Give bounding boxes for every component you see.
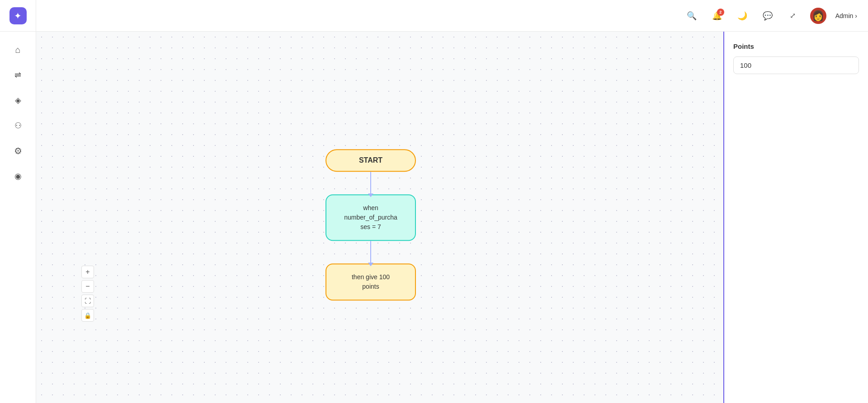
settings-icon: ⚙ bbox=[14, 145, 22, 156]
sidebar: ✦ ⌂ ⇌ ◈ ⚇ ⚙ ◉ bbox=[0, 0, 36, 403]
sidebar-item-settings[interactable]: ⚙ bbox=[7, 140, 29, 162]
content-area: + − ⛶ 🔒 START bbox=[36, 32, 868, 403]
right-panel: ? ⚙ Done Points bbox=[723, 32, 868, 403]
start-node-label: START bbox=[359, 156, 382, 164]
panel-content: Points bbox=[724, 32, 868, 85]
moon-icon: 🌙 bbox=[737, 11, 747, 21]
sidebar-item-workflow[interactable]: ⇌ bbox=[7, 64, 29, 86]
sidebar-logo: ✦ bbox=[0, 0, 36, 32]
workflow-icon: ⇌ bbox=[14, 70, 21, 80]
start-node[interactable]: START bbox=[326, 149, 416, 172]
zoom-out-button[interactable]: − bbox=[81, 280, 94, 293]
sidebar-item-users[interactable]: ⚇ bbox=[7, 115, 29, 136]
zoom-in-button[interactable]: + bbox=[81, 266, 94, 278]
admin-label-text: Admin bbox=[835, 12, 854, 19]
topbar: 🔍 🔔 2 🌙 💬 ⤢ 👩 Admin › bbox=[36, 0, 868, 32]
sidebar-item-home[interactable]: ⌂ bbox=[7, 39, 29, 61]
app-logo-icon: ✦ bbox=[9, 7, 27, 24]
connector-2 bbox=[370, 241, 371, 263]
fullscreen-button[interactable]: ⛶ bbox=[81, 295, 94, 307]
lock-button[interactable]: 🔒 bbox=[81, 309, 94, 322]
users-icon: ⚇ bbox=[14, 121, 22, 131]
minus-icon: − bbox=[85, 282, 90, 291]
sidebar-item-products[interactable]: ◈ bbox=[7, 89, 29, 111]
dark-mode-button[interactable]: 🌙 bbox=[734, 8, 750, 24]
chat-button[interactable]: 💬 bbox=[760, 8, 776, 24]
connector-1 bbox=[370, 172, 371, 194]
home-icon: ⌂ bbox=[15, 45, 20, 55]
notification-button[interactable]: 🔔 2 bbox=[709, 8, 725, 24]
lock-icon: 🔒 bbox=[84, 312, 91, 319]
expand-button[interactable]: ⤢ bbox=[785, 8, 801, 24]
award-icon: ◉ bbox=[14, 171, 22, 181]
main-area: 🔍 🔔 2 🌙 💬 ⤢ 👩 Admin › + bbox=[36, 0, 868, 403]
sidebar-nav: ⌂ ⇌ ◈ ⚇ ⚙ ◉ bbox=[0, 32, 36, 194]
canvas-area[interactable]: + − ⛶ 🔒 START bbox=[36, 32, 723, 403]
action-node[interactable]: then give 100points bbox=[326, 263, 416, 300]
admin-menu[interactable]: Admin › bbox=[835, 12, 857, 19]
action-node-label: then give 100points bbox=[352, 273, 390, 290]
notification-badge: 2 bbox=[717, 9, 724, 16]
condition-node-label: whennumber_of_purchases = 7 bbox=[344, 204, 397, 230]
avatar-image: 👩 bbox=[812, 10, 824, 22]
plus-icon: + bbox=[85, 268, 90, 276]
points-input[interactable] bbox=[733, 56, 859, 74]
search-icon: 🔍 bbox=[687, 11, 697, 21]
expand-icon: ⤢ bbox=[790, 11, 796, 20]
chat-icon: 💬 bbox=[763, 11, 773, 21]
fullscreen-icon: ⛶ bbox=[85, 297, 91, 305]
condition-node[interactable]: whennumber_of_purchases = 7 bbox=[326, 194, 416, 241]
user-avatar: 👩 bbox=[810, 8, 826, 24]
flowchart: START whennumber_of_purchases = 7 then g… bbox=[326, 149, 416, 300]
box-icon: ◈ bbox=[15, 95, 21, 105]
points-label: Points bbox=[733, 42, 859, 50]
zoom-controls: + − ⛶ 🔒 bbox=[81, 266, 94, 322]
sidebar-item-rewards[interactable]: ◉ bbox=[7, 165, 29, 187]
chevron-down-icon: › bbox=[855, 12, 857, 19]
search-button[interactable]: 🔍 bbox=[684, 8, 700, 24]
